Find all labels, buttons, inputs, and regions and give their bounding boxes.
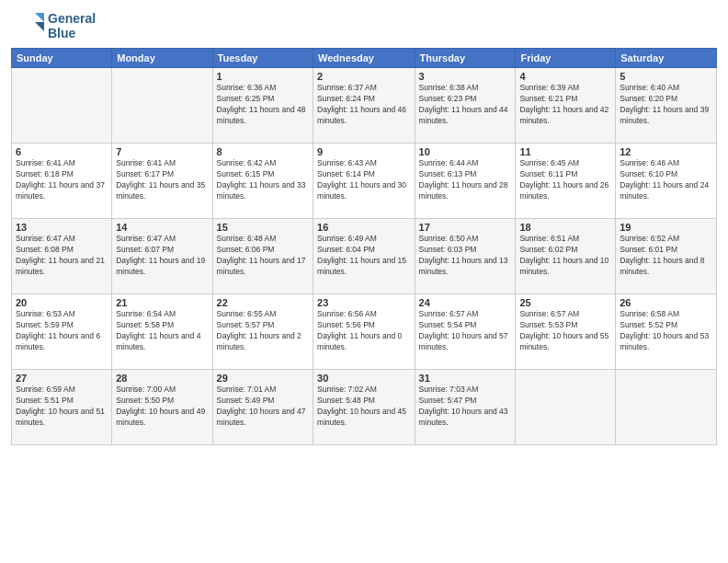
calendar-cell: 15Sunrise: 6:48 AM Sunset: 6:06 PM Dayli… [212, 219, 313, 294]
day-number: 24 [419, 297, 512, 308]
day-header-sunday: Sunday [12, 49, 112, 68]
day-number: 9 [317, 146, 411, 157]
calendar-cell: 9Sunrise: 6:43 AM Sunset: 6:14 PM Daylig… [313, 144, 415, 219]
day-number: 15 [217, 222, 309, 233]
day-info: Sunrise: 6:38 AM Sunset: 6:23 PM Dayligh… [419, 83, 512, 127]
day-info: Sunrise: 6:36 AM Sunset: 6:25 PM Dayligh… [217, 83, 309, 127]
day-info: Sunrise: 6:57 AM Sunset: 5:54 PM Dayligh… [419, 309, 512, 353]
calendar-week-4: 20Sunrise: 6:53 AM Sunset: 5:59 PM Dayli… [12, 294, 717, 370]
day-number: 2 [317, 71, 411, 82]
logo: General Blue [11, 9, 96, 42]
day-number: 23 [317, 297, 411, 308]
svg-marker-2 [35, 22, 44, 31]
day-info: Sunrise: 6:37 AM Sunset: 6:24 PM Dayligh… [317, 83, 411, 127]
day-number: 13 [16, 222, 108, 233]
calendar-cell [616, 370, 717, 445]
day-number: 11 [519, 146, 611, 157]
calendar-cell: 2Sunrise: 6:37 AM Sunset: 6:24 PM Daylig… [313, 68, 415, 144]
day-info: Sunrise: 6:54 AM Sunset: 5:58 PM Dayligh… [116, 309, 208, 353]
day-info: Sunrise: 6:51 AM Sunset: 6:02 PM Dayligh… [519, 234, 611, 278]
day-info: Sunrise: 6:49 AM Sunset: 6:04 PM Dayligh… [317, 234, 411, 278]
calendar-cell [516, 370, 616, 445]
calendar-cell: 26Sunrise: 6:58 AM Sunset: 5:52 PM Dayli… [616, 294, 717, 370]
day-info: Sunrise: 6:55 AM Sunset: 5:57 PM Dayligh… [217, 309, 309, 353]
calendar-cell: 30Sunrise: 7:02 AM Sunset: 5:48 PM Dayli… [313, 370, 415, 445]
day-info: Sunrise: 6:45 AM Sunset: 6:11 PM Dayligh… [519, 158, 611, 202]
day-info: Sunrise: 6:56 AM Sunset: 5:56 PM Dayligh… [317, 309, 411, 353]
day-info: Sunrise: 6:40 AM Sunset: 6:20 PM Dayligh… [620, 83, 712, 127]
calendar-cell: 20Sunrise: 6:53 AM Sunset: 5:59 PM Dayli… [12, 294, 112, 370]
day-info: Sunrise: 6:52 AM Sunset: 6:01 PM Dayligh… [620, 234, 712, 278]
calendar-cell: 17Sunrise: 6:50 AM Sunset: 6:03 PM Dayli… [415, 219, 516, 294]
calendar-cell: 23Sunrise: 6:56 AM Sunset: 5:56 PM Dayli… [313, 294, 415, 370]
day-number: 18 [519, 222, 611, 233]
day-number: 26 [620, 297, 712, 308]
calendar-week-2: 6Sunrise: 6:41 AM Sunset: 6:18 PM Daylig… [12, 144, 717, 219]
day-number: 27 [16, 373, 108, 384]
day-number: 8 [217, 146, 309, 157]
page-container: General Blue SundayMondayTuesdayWednesda… [0, 0, 728, 563]
day-info: Sunrise: 7:03 AM Sunset: 5:47 PM Dayligh… [419, 385, 512, 429]
day-info: Sunrise: 6:47 AM Sunset: 6:08 PM Dayligh… [16, 234, 108, 278]
day-number: 3 [419, 71, 512, 82]
svg-marker-1 [35, 13, 44, 22]
day-number: 31 [419, 373, 512, 384]
day-info: Sunrise: 7:00 AM Sunset: 5:50 PM Dayligh… [116, 385, 208, 429]
day-number: 5 [620, 71, 712, 82]
day-info: Sunrise: 6:47 AM Sunset: 6:07 PM Dayligh… [116, 234, 208, 278]
calendar-cell [112, 68, 212, 144]
day-number: 17 [419, 222, 512, 233]
calendar-cell: 22Sunrise: 6:55 AM Sunset: 5:57 PM Dayli… [212, 294, 313, 370]
day-header-saturday: Saturday [616, 49, 717, 68]
calendar-cell: 5Sunrise: 6:40 AM Sunset: 6:20 PM Daylig… [616, 68, 717, 144]
day-info: Sunrise: 6:58 AM Sunset: 5:52 PM Dayligh… [620, 309, 712, 353]
day-info: Sunrise: 7:02 AM Sunset: 5:48 PM Dayligh… [317, 385, 411, 429]
calendar-cell: 6Sunrise: 6:41 AM Sunset: 6:18 PM Daylig… [12, 144, 112, 219]
calendar-cell: 1Sunrise: 6:36 AM Sunset: 6:25 PM Daylig… [212, 68, 313, 144]
day-info: Sunrise: 6:57 AM Sunset: 5:53 PM Dayligh… [519, 309, 611, 353]
day-header-tuesday: Tuesday [212, 49, 313, 68]
calendar-cell: 31Sunrise: 7:03 AM Sunset: 5:47 PM Dayli… [415, 370, 516, 445]
day-number: 10 [419, 146, 512, 157]
logo-svg [11, 9, 44, 42]
day-number: 22 [217, 297, 309, 308]
day-header-thursday: Thursday [415, 49, 516, 68]
day-number: 25 [519, 297, 611, 308]
day-number: 19 [620, 222, 712, 233]
day-info: Sunrise: 6:39 AM Sunset: 6:21 PM Dayligh… [519, 83, 611, 127]
day-info: Sunrise: 6:41 AM Sunset: 6:18 PM Dayligh… [16, 158, 108, 202]
calendar-cell: 29Sunrise: 7:01 AM Sunset: 5:49 PM Dayli… [212, 370, 313, 445]
calendar-cell: 12Sunrise: 6:46 AM Sunset: 6:10 PM Dayli… [616, 144, 717, 219]
day-info: Sunrise: 6:50 AM Sunset: 6:03 PM Dayligh… [419, 234, 512, 278]
calendar-week-1: 1Sunrise: 6:36 AM Sunset: 6:25 PM Daylig… [12, 68, 717, 144]
calendar-cell: 25Sunrise: 6:57 AM Sunset: 5:53 PM Dayli… [516, 294, 616, 370]
calendar-cell: 8Sunrise: 6:42 AM Sunset: 6:15 PM Daylig… [212, 144, 313, 219]
day-info: Sunrise: 6:53 AM Sunset: 5:59 PM Dayligh… [16, 309, 108, 353]
calendar-week-3: 13Sunrise: 6:47 AM Sunset: 6:08 PM Dayli… [12, 219, 717, 294]
day-number: 1 [217, 71, 309, 82]
day-header-monday: Monday [112, 49, 212, 68]
day-number: 21 [116, 297, 208, 308]
calendar-cell: 27Sunrise: 6:59 AM Sunset: 5:51 PM Dayli… [12, 370, 112, 445]
day-number: 12 [620, 146, 712, 157]
calendar-cell: 11Sunrise: 6:45 AM Sunset: 6:11 PM Dayli… [516, 144, 616, 219]
day-number: 29 [217, 373, 309, 384]
day-info: Sunrise: 6:46 AM Sunset: 6:10 PM Dayligh… [620, 158, 712, 202]
calendar-cell: 24Sunrise: 6:57 AM Sunset: 5:54 PM Dayli… [415, 294, 516, 370]
logo-line2: Blue [48, 26, 96, 40]
day-number: 30 [317, 373, 411, 384]
day-info: Sunrise: 6:43 AM Sunset: 6:14 PM Dayligh… [317, 158, 411, 202]
calendar-cell: 16Sunrise: 6:49 AM Sunset: 6:04 PM Dayli… [313, 219, 415, 294]
day-number: 6 [16, 146, 108, 157]
day-info: Sunrise: 7:01 AM Sunset: 5:49 PM Dayligh… [217, 385, 309, 429]
day-header-friday: Friday [516, 49, 616, 68]
calendar-cell: 21Sunrise: 6:54 AM Sunset: 5:58 PM Dayli… [112, 294, 212, 370]
day-number: 14 [116, 222, 208, 233]
calendar-header-row: SundayMondayTuesdayWednesdayThursdayFrid… [12, 49, 717, 68]
day-header-wednesday: Wednesday [313, 49, 415, 68]
day-info: Sunrise: 6:44 AM Sunset: 6:13 PM Dayligh… [419, 158, 512, 202]
day-number: 28 [116, 373, 208, 384]
calendar-cell: 3Sunrise: 6:38 AM Sunset: 6:23 PM Daylig… [415, 68, 516, 144]
calendar-week-5: 27Sunrise: 6:59 AM Sunset: 5:51 PM Dayli… [12, 370, 717, 445]
day-number: 16 [317, 222, 411, 233]
